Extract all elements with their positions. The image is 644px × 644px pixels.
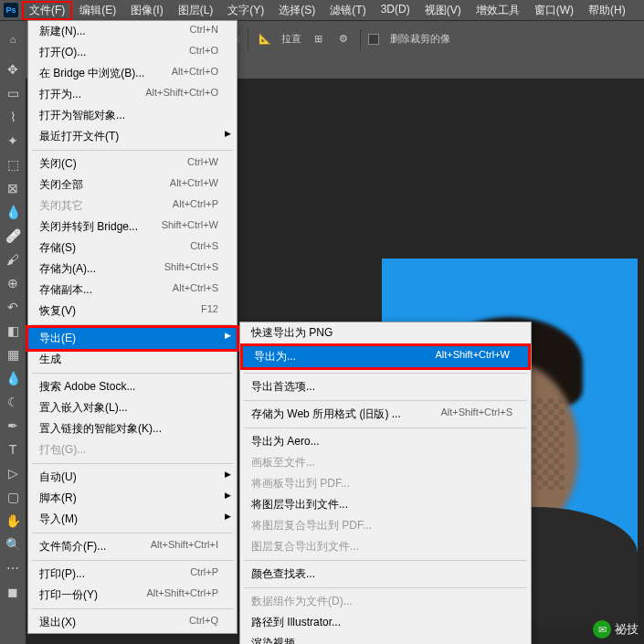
color-swatch-icon[interactable]: ◼ [2, 581, 24, 603]
file-menu-item[interactable]: 导出(E) [28, 328, 237, 349]
path-tool-icon[interactable]: ▷ [2, 462, 24, 484]
file-menu-item[interactable]: 文件简介(F)...Alt+Shift+Ctrl+I [28, 536, 237, 557]
tools-panel: ✥ ▭ ⌇ ✦ ⬚ ⊠ 💧 🩹 🖌 ⊕ ↶ ◧ ▦ 💧 ☾ ✒ T ▷ ▢ ✋ … [0, 57, 26, 605]
history-brush-icon[interactable]: ↶ [2, 296, 24, 318]
settings-icon[interactable]: ⚙ [334, 30, 353, 48]
file-menu-item: 关闭其它Alt+Ctrl+P [28, 195, 237, 216]
app-icon: Ps [4, 3, 18, 17]
gradient-tool-icon[interactable]: ▦ [2, 343, 24, 365]
export-menu-item[interactable]: 路径到 Illustrator... [240, 612, 531, 633]
menu-选择S[interactable]: 选择(S) [271, 1, 322, 20]
export-menu-item[interactable]: 导出为...Alt+Shift+Ctrl+W [243, 346, 528, 367]
menu-编辑E[interactable]: 编辑(E) [72, 1, 123, 20]
lasso-tool-icon[interactable]: ⌇ [2, 106, 24, 128]
export-menu-item: 图层复合导出到文件... [240, 536, 531, 557]
straighten-icon[interactable]: 📐 [256, 30, 274, 48]
wechat-icon: ✉ [593, 620, 611, 639]
menu-文字Y[interactable]: 文字(Y) [220, 1, 271, 20]
pen-tool-icon[interactable]: ✒ [2, 415, 24, 437]
heal-tool-icon[interactable]: 🩹 [2, 225, 24, 247]
shape-tool-icon[interactable]: ▢ [2, 486, 24, 508]
marquee-tool-icon[interactable]: ▭ [2, 82, 24, 104]
more-tool-icon[interactable]: ⋯ [2, 557, 24, 579]
crop-tool-icon[interactable]: ⬚ [2, 153, 24, 175]
file-menu-item[interactable]: 搜索 Adobe Stock... [28, 376, 237, 397]
file-menu-item[interactable]: 打开为智能对象... [28, 105, 237, 126]
file-menu-item[interactable]: 打开为...Alt+Shift+Ctrl+O [28, 84, 237, 105]
export-menu-item: 画板至文件... [240, 452, 531, 473]
delete-crop-checkbox[interactable] [368, 34, 379, 45]
watermark: ✉ 祕技 [593, 620, 639, 639]
export-menu-item[interactable]: 导出首选项... [240, 376, 531, 397]
export-menu-item[interactable]: 快速导出为 PNG [240, 322, 531, 343]
file-menu-dropdown: 新建(N)...Ctrl+N打开(O)...Ctrl+O在 Bridge 中浏览… [27, 20, 238, 634]
file-menu-item[interactable]: 打印(P)...Ctrl+P [28, 564, 237, 585]
dodge-tool-icon[interactable]: ☾ [2, 391, 24, 413]
file-menu-item[interactable]: 退出(X)Ctrl+Q [28, 612, 237, 633]
file-menu-item: 打包(G)... [28, 439, 237, 460]
menu-图层L[interactable]: 图层(L) [171, 1, 221, 20]
eraser-tool-icon[interactable]: ◧ [2, 320, 24, 342]
type-tool-icon[interactable]: T [2, 438, 24, 460]
move-tool-icon[interactable]: ✥ [2, 58, 24, 80]
file-menu-item[interactable]: 关闭(C)Ctrl+W [28, 153, 237, 174]
menu-滤镜T[interactable]: 滤镜(T) [322, 1, 373, 20]
export-menu-item[interactable]: 存储为 Web 所用格式 (旧版) ...Alt+Shift+Ctrl+S [240, 404, 531, 425]
export-submenu: 快速导出为 PNG导出为...Alt+Shift+Ctrl+W导出首选项...存… [239, 322, 532, 644]
delete-crop-label: 删除裁剪的像 [390, 32, 450, 46]
hand-tool-icon[interactable]: ✋ [2, 510, 24, 532]
menu-窗口W[interactable]: 窗口(W) [527, 1, 581, 20]
file-menu-item[interactable]: 恢复(V)F12 [28, 301, 237, 322]
watermark-text: 祕技 [615, 621, 639, 638]
file-menu-item[interactable]: 置入嵌入对象(L)... [28, 397, 237, 418]
file-menu-item[interactable]: 自动(U) [28, 467, 237, 488]
eyedropper-tool-icon[interactable]: 💧 [2, 201, 24, 223]
menu-3DD[interactable]: 3D(D) [374, 1, 417, 20]
file-menu-item[interactable]: 存储副本...Alt+Ctrl+S [28, 280, 237, 301]
file-menu-item[interactable]: 在 Bridge 中浏览(B)...Alt+Ctrl+O [28, 63, 237, 84]
stamp-tool-icon[interactable]: ⊕ [2, 272, 24, 294]
file-menu-item[interactable]: 关闭全部Alt+Ctrl+W [28, 174, 237, 195]
straighten-label: 拉直 [281, 32, 301, 46]
export-menu-item: 数据组作为文件(D)... [240, 591, 531, 612]
frame-tool-icon[interactable]: ⊠ [2, 177, 24, 199]
file-menu-item[interactable]: 生成 [28, 349, 237, 370]
file-menu-item[interactable]: 导入(M) [28, 509, 237, 530]
export-menu-item: 将画板导出到 PDF... [240, 473, 531, 494]
file-menu-item[interactable]: 脚本(R) [28, 488, 237, 509]
zoom-tool-icon[interactable]: 🔍 [2, 533, 24, 555]
blur-tool-icon[interactable]: 💧 [2, 367, 24, 389]
menubar: Ps 文件(F)编辑(E)图像(I)图层(L)文字(Y)选择(S)滤镜(T)3D… [0, 0, 644, 20]
export-menu-item[interactable]: 渲染视频... [240, 633, 531, 644]
menu-视图V[interactable]: 视图(V) [417, 1, 469, 20]
file-menu-item[interactable]: 新建(N)...Ctrl+N [28, 21, 237, 42]
export-menu-item: 将图层复合导出到 PDF... [240, 515, 531, 536]
grid-icon[interactable]: ⊞ [309, 30, 327, 48]
export-menu-item[interactable]: 导出为 Aero... [240, 431, 531, 452]
menu-帮助H[interactable]: 帮助(H) [581, 1, 633, 20]
file-menu-item[interactable]: 打开(O)...Ctrl+O [28, 42, 237, 63]
file-menu-item[interactable]: 存储(S)Ctrl+S [28, 238, 237, 259]
file-menu-item[interactable]: 打印一份(Y)Alt+Shift+Ctrl+P [28, 585, 237, 606]
export-menu-item[interactable]: 将图层导出到文件... [240, 494, 531, 515]
file-menu-item[interactable]: 置入链接的智能对象(K)... [28, 418, 237, 439]
file-menu-item[interactable]: 关闭并转到 Bridge...Shift+Ctrl+W [28, 216, 237, 238]
export-menu-item[interactable]: 颜色查找表... [240, 564, 531, 585]
file-menu-item[interactable]: 最近打开文件(T) [28, 126, 237, 147]
menu-文件F[interactable]: 文件(F) [22, 1, 72, 20]
brush-tool-icon[interactable]: 🖌 [2, 248, 24, 270]
file-menu-item[interactable]: 存储为(A)...Shift+Ctrl+S [28, 259, 237, 280]
wand-tool-icon[interactable]: ✦ [2, 130, 24, 152]
menu-增效工具[interactable]: 增效工具 [469, 1, 527, 20]
menu-图像I[interactable]: 图像(I) [123, 1, 170, 20]
home-icon[interactable]: ⌂ [4, 30, 22, 48]
